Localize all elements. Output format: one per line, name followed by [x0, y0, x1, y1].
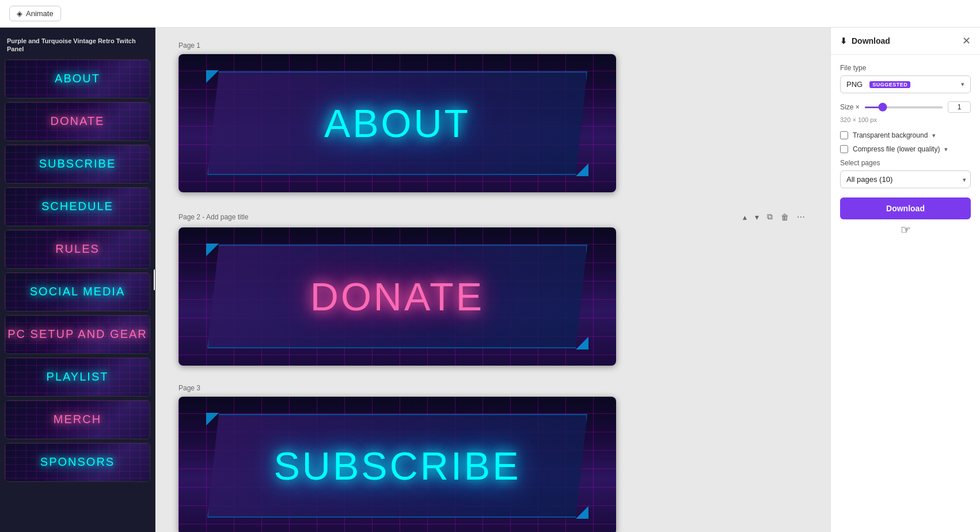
- panel-corner-br: [576, 164, 588, 176]
- compress-label[interactable]: Compress file (lower quality): [853, 145, 940, 153]
- sidebar-item-about[interactable]: ABOUT: [5, 59, 150, 98]
- size-input[interactable]: [948, 101, 971, 113]
- file-type-label: File type: [840, 64, 971, 72]
- download-icon: ⬇: [840, 36, 847, 45]
- sidebar-item-merch[interactable]: MERCH: [5, 400, 150, 439]
- page-section-1: Page 1 ABOUT: [178, 41, 807, 192]
- transparent-bg-label[interactable]: Transparent background: [853, 131, 928, 139]
- page-section-2: Page 2 - Add page title ▴ ▾ ⧉ 🗑 ⋯ DONATE: [178, 211, 807, 366]
- sidebar-item-subscribe[interactable]: SUBSCRIBE: [5, 145, 150, 184]
- topbar: ◈ Animate: [0, 0, 980, 28]
- download-header-title: ⬇ Download: [840, 36, 890, 45]
- animate-icon: ◈: [17, 9, 22, 18]
- canvas-area: Page 1 ABOUT Page 2 - Add page title ▴ ▾…: [155, 28, 830, 532]
- sidebar-panel-label-pc-setup: PC SETUP AND GEAR: [7, 328, 147, 341]
- sidebar-title: Purple and Turquoise Vintage Retro Twitc…: [0, 32, 155, 56]
- sidebar-item-social-media[interactable]: SOCIAL MEDIA: [5, 272, 150, 311]
- sidebar-item-pc-setup[interactable]: PC SETUP AND GEAR: [5, 315, 150, 354]
- sidebar-item-donate[interactable]: DONATE: [5, 102, 150, 141]
- compress-checkbox[interactable]: [840, 145, 848, 153]
- transparent-bg-checkbox[interactable]: [840, 131, 848, 139]
- page-copy-button[interactable]: ⧉: [765, 211, 775, 223]
- page-label-1: Page 1: [178, 41, 807, 50]
- suggested-badge: SUGGESTED: [869, 81, 910, 88]
- cursor-indicator: ☞: [840, 223, 971, 237]
- page-label-3: Page 3: [178, 384, 807, 392]
- download-button[interactable]: Download: [840, 197, 971, 219]
- file-type-value: PNG: [846, 80, 863, 89]
- sidebar-panel-label-merch: MERCH: [54, 413, 101, 426]
- size-row: Size ×: [840, 101, 971, 113]
- page-delete-button[interactable]: 🗑: [778, 211, 791, 223]
- sidebar-panel-label-schedule: SCHEDULE: [41, 200, 113, 213]
- download-body: File type PNG SUGGESTED ▾ Size × 320 × 1…: [831, 55, 980, 532]
- twitch-panel-1[interactable]: ABOUT: [178, 54, 616, 192]
- page-label-text-1: Page 1: [178, 41, 200, 50]
- sidebar-panel-label-about: ABOUT: [55, 72, 100, 85]
- download-btn-label: Download: [886, 204, 925, 213]
- sidebar-panel-label-sponsors: SPONSORS: [40, 455, 115, 469]
- topbar-left: ◈ Animate: [9, 6, 971, 21]
- main-layout: Purple and Turquoise Vintage Retro Twitc…: [0, 28, 980, 532]
- panel-corner-br: [576, 337, 588, 349]
- download-header: ⬇ Download ✕: [831, 28, 980, 55]
- panel-corner-tl: [206, 244, 219, 256]
- twitch-panel-3[interactable]: SUBSCRIBE: [178, 397, 616, 532]
- panel-main-text-2: DONATE: [310, 274, 484, 319]
- panel-main-text-1: ABOUT: [324, 101, 470, 146]
- twitch-panel-2[interactable]: DONATE: [178, 227, 616, 366]
- transparent-bg-row: Transparent background ▾: [840, 131, 971, 139]
- page-up-button[interactable]: ▴: [740, 211, 749, 223]
- animate-button[interactable]: ◈ Animate: [9, 6, 61, 21]
- panel-corner-tl: [206, 70, 219, 83]
- page-label-text-2: Page 2 - Add page title: [178, 213, 248, 221]
- select-pages-wrapper: All pages (10) Current page Select pages…: [840, 170, 971, 188]
- select-pages-label: Select pages: [840, 159, 971, 167]
- sidebar-panel-label-subscribe: SUBSCRIBE: [39, 157, 116, 170]
- file-type-value-group: PNG SUGGESTED: [846, 80, 910, 89]
- download-close-button[interactable]: ✕: [962, 36, 971, 46]
- sidebar-panel-label-social-media: SOCIAL MEDIA: [30, 285, 126, 298]
- sidebar-panel-label-rules: RULES: [55, 242, 100, 256]
- sidebar-panel-label-playlist: PLAYLIST: [47, 370, 109, 383]
- panel-corner-br: [576, 506, 588, 519]
- sidebar-item-sponsors[interactable]: SPONSORS: [5, 443, 150, 482]
- chevron-down-icon: ▾: [961, 81, 964, 88]
- page-more-button[interactable]: ⋯: [795, 211, 807, 223]
- select-pages-dropdown[interactable]: All pages (10) Current page Select pages: [840, 170, 971, 188]
- file-type-select-wrapper[interactable]: PNG SUGGESTED ▾: [840, 75, 971, 93]
- size-px: 320 × 100 px: [840, 116, 971, 123]
- sidebar: Purple and Turquoise Vintage Retro Twitc…: [0, 28, 155, 532]
- compress-chevron-icon: ▾: [944, 146, 948, 153]
- sidebar-item-rules[interactable]: RULES: [5, 230, 150, 269]
- size-slider[interactable]: [864, 107, 943, 108]
- page-label-2: Page 2 - Add page title ▴ ▾ ⧉ 🗑 ⋯: [178, 211, 807, 223]
- page-section-3: Page 3 SUBSCRIBE: [178, 384, 807, 532]
- sidebar-item-schedule[interactable]: SCHEDULE: [5, 187, 150, 226]
- panel-main-text-3: SUBSCRIBE: [274, 443, 521, 488]
- panel-corner-tl: [206, 413, 219, 425]
- close-icon: ✕: [962, 35, 971, 47]
- compress-row: Compress file (lower quality) ▾: [840, 145, 971, 153]
- transparent-chevron-icon: ▾: [932, 132, 936, 139]
- page-actions-2: ▴ ▾ ⧉ 🗑 ⋯: [740, 211, 807, 223]
- page-label-text-3: Page 3: [178, 384, 200, 392]
- sidebar-collapse-button[interactable]: ‹: [154, 269, 155, 290]
- download-title: Download: [852, 36, 890, 45]
- sidebar-panel-label-donate: DONATE: [51, 115, 105, 128]
- download-panel: ⬇ Download ✕ File type PNG SUGGESTED ▾ S…: [830, 28, 980, 532]
- sidebar-item-playlist[interactable]: PLAYLIST: [5, 358, 150, 397]
- animate-label: Animate: [26, 9, 54, 18]
- page-down-button[interactable]: ▾: [753, 211, 761, 223]
- size-label: Size ×: [840, 103, 860, 111]
